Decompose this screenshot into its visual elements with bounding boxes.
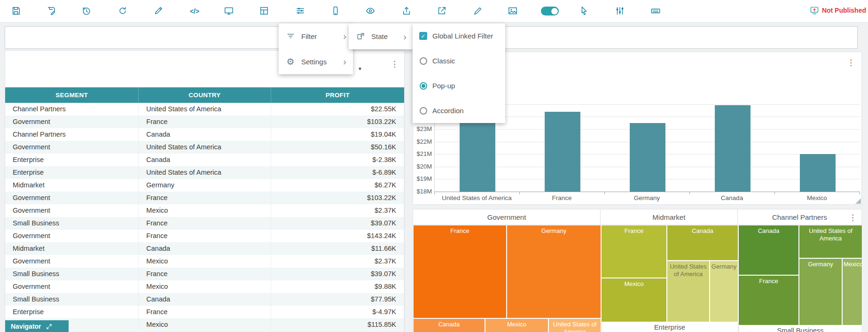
table-row[interactable]: MidmarketCanada$11.66K	[5, 242, 404, 255]
bar[interactable]	[545, 112, 580, 192]
treemap-subheader[interactable]: Small Business	[738, 325, 862, 332]
version-history-icon	[81, 6, 92, 16]
menu-item-state[interactable]: State ›	[349, 23, 413, 49]
popup-radio[interactable]	[420, 82, 427, 90]
touch-mode-button[interactable]	[579, 6, 590, 17]
eye-icon	[365, 6, 375, 16]
submenu-arrow-icon: ›	[343, 31, 346, 41]
table-row[interactable]: Small BusinessFrance$39.07K	[5, 217, 404, 230]
code-view-button[interactable]: </>	[189, 6, 200, 17]
refresh-button[interactable]	[117, 6, 129, 17]
grid-body: Channel PartnersUnited States of America…	[5, 103, 404, 332]
adjust-settings-button[interactable]	[615, 6, 626, 17]
theme-toggle[interactable]	[541, 7, 559, 15]
treemap-cell[interactable]: France	[738, 275, 799, 325]
menu-item-accordion[interactable]: Accordion	[413, 98, 505, 123]
devices-button[interactable]	[224, 6, 235, 17]
table-row[interactable]: EnterpriseCanada$-2.38K	[5, 154, 404, 166]
table-cell: Government	[5, 141, 139, 154]
bar-chart-menu-button[interactable]: ⋮	[847, 59, 855, 67]
table-row[interactable]: Channel PartnersUnited States of America…	[5, 103, 404, 116]
table-row[interactable]: GovernmentMexico$2.37K	[5, 255, 404, 268]
treemap-cell[interactable]: United States of America	[667, 261, 710, 322]
table-row[interactable]: GovernmentFrance$103.22K	[5, 192, 404, 204]
treemap-cell[interactable]: Germany	[710, 261, 738, 322]
grid-filter-dropdown-icon[interactable]: ▼	[358, 66, 362, 71]
bar[interactable]	[460, 114, 495, 192]
expand-icon	[46, 324, 52, 330]
menu-item-global-linked-filter[interactable]: ✓ Global Linked Filter	[413, 23, 505, 48]
table-row[interactable]: GovernmentFrance$103.22K	[5, 116, 404, 128]
table-cell: Government	[5, 116, 139, 128]
x-axis-tick	[774, 192, 775, 194]
image-button[interactable]	[508, 6, 519, 17]
menu-item-popup[interactable]: Pop-up	[413, 73, 505, 98]
export-icon	[401, 6, 412, 16]
treemap-cell[interactable]: United States of America	[799, 225, 862, 258]
column-header-profit[interactable]: PROFIT	[271, 87, 404, 103]
treemap-group-header-government[interactable]: Government	[413, 209, 601, 224]
treemap-cell[interactable]: Canada	[738, 225, 799, 275]
table-row[interactable]: Small BusinessFrance$39.07K	[5, 268, 404, 280]
bar[interactable]	[800, 154, 836, 192]
table-cell: $115.85K	[271, 318, 404, 331]
column-header-segment[interactable]: SEGMENT	[5, 87, 139, 103]
treemap-cell[interactable]: Mexico	[601, 278, 667, 322]
treemap-subheader[interactable]: Enterprise	[601, 322, 738, 332]
table-cell: $2.37K	[271, 255, 404, 268]
table-row[interactable]: GovernmentMexico$9.88K	[5, 280, 404, 293]
state-submenu: ✓ Global Linked Filter Classic Pop-up Ac…	[413, 23, 505, 123]
grid-widget-menu-button[interactable]: ⋮	[391, 60, 399, 68]
table-row[interactable]: GovernmentFrance$143.24K	[5, 230, 404, 242]
global-linked-filter-checkbox[interactable]: ✓	[419, 32, 427, 40]
grid-widget: ⋮ ▼ SEGMENT COUNTRY PROFIT Channel Partn…	[5, 50, 405, 332]
treemap-cell[interactable]: Mexico	[842, 258, 862, 325]
mobile-view-button[interactable]	[330, 6, 342, 17]
table-row[interactable]: MidmarketGermany$6.27K	[5, 179, 404, 192]
table-row[interactable]: GovernmentUnited States of America$50.16…	[5, 141, 404, 154]
treemap-cell[interactable]: Germany	[507, 225, 601, 318]
navigator-button[interactable]: Navigator	[5, 320, 69, 332]
menu-item-classic[interactable]: Classic	[413, 48, 505, 73]
treemap-cell[interactable]: Germany	[799, 258, 842, 325]
bar[interactable]	[630, 123, 665, 192]
context-menu: Filter › ⚙ Settings ›	[279, 23, 353, 74]
treemap-menu-button[interactable]: ⋮	[849, 214, 857, 222]
filter-settings-button[interactable]	[295, 6, 306, 17]
toggle-knob-icon	[551, 8, 558, 15]
menu-item-filter[interactable]: Filter ›	[279, 23, 353, 49]
save-as-button[interactable]	[46, 6, 57, 17]
table-cell: Canada	[139, 154, 271, 166]
x-axis-tick	[604, 192, 605, 194]
column-header-country[interactable]: COUNTRY	[139, 87, 271, 103]
treemap-cell[interactable]: Canada	[413, 318, 485, 332]
table-row[interactable]: Channel PartnersCanada$19.04K	[5, 128, 404, 141]
treemap-cell[interactable]: United States of America	[548, 318, 601, 332]
treemap-cell[interactable]: France	[601, 225, 667, 278]
treemap-cell[interactable]: Mexico	[485, 318, 548, 332]
table-row[interactable]: EnterpriseFrance$-4.97K	[5, 306, 404, 318]
accordion-radio[interactable]	[420, 107, 427, 115]
widgets-button[interactable]	[259, 6, 270, 17]
table-row[interactable]: Small BusinessCanada$77.95K	[5, 293, 404, 306]
table-row[interactable]: EnterpriseUnited States of America$-6.89…	[5, 166, 404, 179]
treemap-cell[interactable]: Canada	[667, 225, 738, 261]
treemap-cell[interactable]: France	[413, 225, 507, 318]
menu-item-settings[interactable]: ⚙ Settings ›	[279, 49, 353, 74]
open-new-window-button[interactable]	[437, 6, 448, 17]
treemap-group-header-channel-partners[interactable]: Channel Partners	[738, 209, 861, 224]
classic-radio[interactable]	[420, 57, 427, 65]
bar[interactable]	[715, 105, 751, 192]
treemap-group-header-midmarket[interactable]: Midmarket	[601, 209, 737, 224]
table-row[interactable]: GovernmentMexico$2.37K	[5, 204, 404, 217]
cursor-icon	[579, 6, 589, 16]
preview-button[interactable]	[365, 6, 376, 17]
save-button[interactable]	[11, 6, 22, 17]
version-history-button[interactable]	[81, 6, 93, 17]
x-axis-label: United States of America	[434, 194, 519, 201]
table-cell: $9.88K	[271, 280, 404, 293]
edit-button[interactable]	[153, 6, 164, 17]
annotate-button[interactable]	[473, 6, 484, 17]
export-button[interactable]	[401, 6, 413, 17]
keyboard-bar-button[interactable]	[650, 6, 662, 17]
